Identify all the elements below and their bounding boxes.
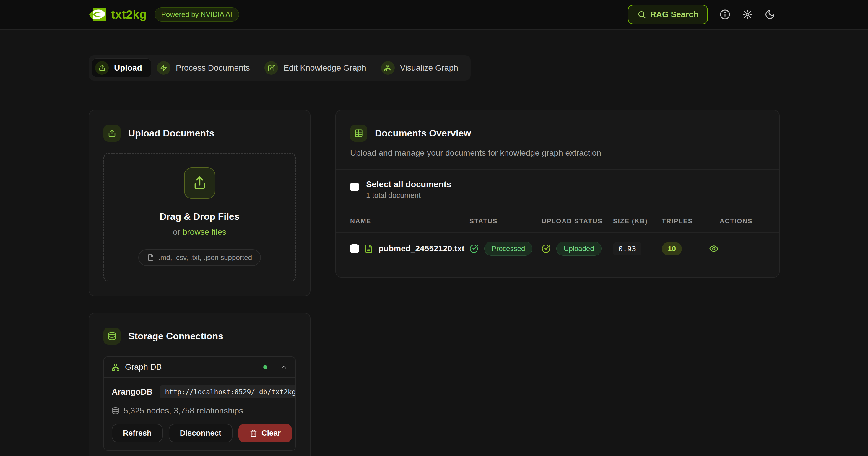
column-header-status: Status xyxy=(469,217,541,225)
moon-icon xyxy=(765,9,775,20)
upload-status-badge: Uploaded xyxy=(556,241,601,256)
dropzone-title: Drag & Drop Files xyxy=(113,211,286,222)
card-subtitle: Upload and manage your documents for kno… xyxy=(350,148,765,158)
rag-search-button[interactable]: RAG Search xyxy=(628,5,708,24)
network-icon xyxy=(381,61,395,75)
column-header-actions: Actions xyxy=(707,217,765,225)
gear-icon xyxy=(742,9,753,20)
dropzone-or-text: or xyxy=(173,227,180,236)
upload-icon xyxy=(184,167,215,199)
status-badge: Processed xyxy=(484,241,532,256)
supported-formats-badge: .md, .csv, .txt, .json supported xyxy=(138,249,261,266)
chevron-up-icon[interactable] xyxy=(280,363,287,371)
search-icon xyxy=(637,10,646,19)
graph-db-section: Graph DB ArangoDB http://localhost:8529/… xyxy=(103,356,296,451)
graph-db-provider: ArangoDB xyxy=(112,387,152,397)
card-title: Upload Documents xyxy=(128,128,215,139)
graph-db-url: http://localhost:8529/_db/txt2kg xyxy=(159,385,296,398)
main-content: Upload Process Documents Edit Knowledge … xyxy=(89,30,779,456)
settings-button[interactable] xyxy=(738,5,757,24)
app-title: txt2kg xyxy=(111,8,147,21)
tab-label: Process Documents xyxy=(176,63,250,73)
document-name: pubmed_24552120.txt xyxy=(378,244,464,253)
tab-bar: Upload Process Documents Edit Knowledge … xyxy=(89,55,471,80)
column-header-name: Name xyxy=(350,217,469,225)
upload-icon xyxy=(103,125,121,142)
tab-edit-knowledge-graph[interactable]: Edit Knowledge Graph xyxy=(261,59,375,77)
triples-count-badge: 10 xyxy=(662,242,682,256)
clear-button[interactable]: Clear xyxy=(239,424,292,443)
info-button[interactable] xyxy=(716,5,735,24)
rag-search-label: RAG Search xyxy=(650,10,699,19)
upload-documents-card: Upload Documents Drag & Drop Files or br… xyxy=(89,110,311,296)
edit-icon xyxy=(265,61,278,75)
tab-upload[interactable]: Upload xyxy=(92,59,151,77)
disconnect-button[interactable]: Disconnect xyxy=(169,424,232,443)
graph-db-header[interactable]: Graph DB xyxy=(104,357,295,377)
graph-db-details: ArangoDB http://localhost:8529/_db/txt2k… xyxy=(104,377,295,450)
tab-process-documents[interactable]: Process Documents xyxy=(154,59,259,77)
database-icon xyxy=(112,407,119,415)
upload-icon xyxy=(95,61,109,75)
dropzone-subtitle: or browse files xyxy=(113,227,286,237)
graph-db-label: Graph DB xyxy=(125,362,162,372)
brand: txt2kg Powered by NVIDIA AI xyxy=(89,7,239,22)
right-column: Documents Overview Upload and manage you… xyxy=(335,110,780,278)
trash-icon xyxy=(250,429,257,437)
tab-label: Upload xyxy=(114,63,142,73)
table-header-row: Name Status Upload Status Size (KB) Trip… xyxy=(336,210,779,233)
header-actions: RAG Search xyxy=(628,5,779,24)
table-row: pubmed_24552120.txt Processed Uploaded 0… xyxy=(336,233,779,265)
tab-label: Edit Knowledge Graph xyxy=(283,63,366,73)
disconnect-label: Disconnect xyxy=(180,428,221,438)
documents-table: Name Status Upload Status Size (KB) Trip… xyxy=(336,210,779,265)
tab-label: Visualize Graph xyxy=(400,63,458,73)
column-header-triples: Triples xyxy=(662,217,707,225)
connected-status-dot xyxy=(263,365,267,369)
theme-toggle-button[interactable] xyxy=(761,5,779,24)
refresh-label: Refresh xyxy=(123,428,152,438)
select-all-row: Select all documents 1 total document xyxy=(350,180,765,200)
browse-files-link[interactable]: browse files xyxy=(183,227,226,236)
select-all-label: Select all documents xyxy=(366,180,452,189)
storage-connections-card: Storage Connections Graph DB ArangoDB xyxy=(89,313,311,456)
view-document-button[interactable] xyxy=(707,242,720,255)
column-header-size: Size (KB) xyxy=(613,217,662,225)
row-checkbox[interactable] xyxy=(350,244,359,253)
graph-icon xyxy=(112,363,120,371)
database-icon xyxy=(103,328,121,345)
file-dropzone[interactable]: Drag & Drop Files or browse files .md, .… xyxy=(103,153,296,282)
card-title: Documents Overview xyxy=(375,128,471,139)
eye-icon xyxy=(709,244,718,253)
zap-icon xyxy=(157,61,170,75)
powered-by-badge: Powered by NVIDIA AI xyxy=(155,7,239,22)
file-icon xyxy=(147,254,154,261)
left-column: Upload Documents Drag & Drop Files or br… xyxy=(89,110,311,456)
table-icon xyxy=(350,125,367,142)
total-documents-label: 1 total document xyxy=(366,191,452,200)
file-text-icon xyxy=(364,244,373,253)
clear-label: Clear xyxy=(261,428,281,438)
check-circle-icon xyxy=(541,244,550,253)
app-header: txt2kg Powered by NVIDIA AI RAG Search xyxy=(0,0,868,30)
nvidia-logo-icon xyxy=(89,7,106,22)
graph-db-stats: 5,325 nodes, 3,758 relationships xyxy=(123,406,243,416)
divider xyxy=(336,169,779,169)
size-value: 0.93 xyxy=(613,242,642,256)
card-title: Storage Connections xyxy=(128,331,223,342)
select-all-checkbox[interactable] xyxy=(350,183,359,191)
documents-overview-card: Documents Overview Upload and manage you… xyxy=(335,110,780,278)
info-icon xyxy=(720,9,730,20)
tab-visualize-graph[interactable]: Visualize Graph xyxy=(378,59,467,77)
column-header-upload-status: Upload Status xyxy=(541,217,613,225)
refresh-button[interactable]: Refresh xyxy=(112,424,163,443)
supported-formats-label: .md, .csv, .txt, .json supported xyxy=(158,253,252,262)
check-circle-icon xyxy=(469,244,478,253)
